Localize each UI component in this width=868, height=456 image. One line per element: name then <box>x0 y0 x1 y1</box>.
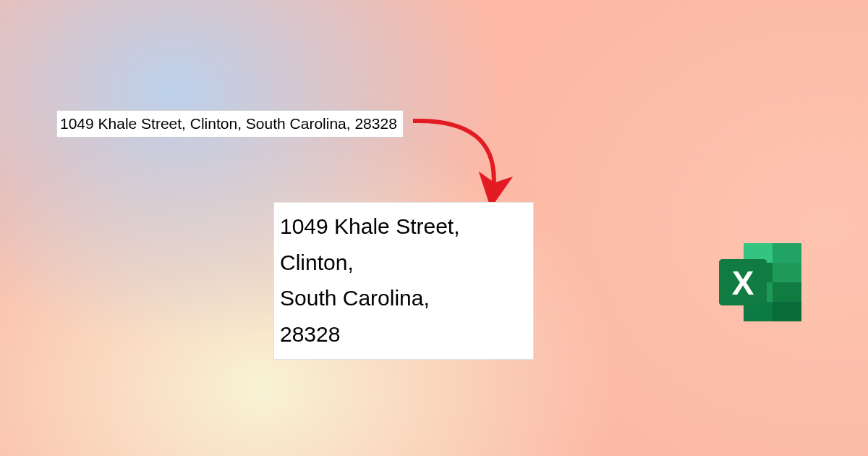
excel-icon: X <box>713 239 807 326</box>
svg-rect-7 <box>773 282 801 302</box>
target-line-3: South Carolina, <box>280 280 524 316</box>
target-line-4: 28328 <box>280 316 524 352</box>
arrow-icon <box>407 112 552 206</box>
svg-rect-5 <box>773 243 801 263</box>
svg-rect-6 <box>773 263 801 282</box>
target-address-cell: 1049 Khale Street, Clinton, South Caroli… <box>273 202 534 360</box>
svg-rect-8 <box>773 302 801 321</box>
source-address-cell: 1049 Khale Street, Clinton, South Caroli… <box>56 110 404 138</box>
target-line-1: 1049 Khale Street, <box>280 208 524 245</box>
svg-text:X: X <box>732 264 754 302</box>
target-line-2: Clinton, <box>280 245 524 281</box>
